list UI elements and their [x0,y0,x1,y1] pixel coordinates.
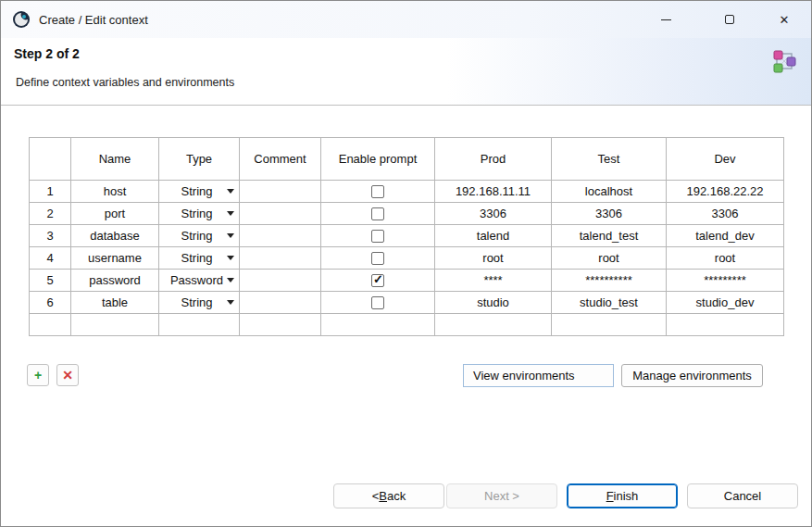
empty-cell [71,314,159,336]
remove-variable-button[interactable]: ✕ [56,364,79,386]
col-header-prod: Prod [435,138,552,181]
comment-cell[interactable] [240,270,321,292]
chevron-down-icon [227,300,234,305]
row-number: 2 [30,203,71,225]
test-cell[interactable]: 3306 [552,203,667,225]
type-value: String [167,229,227,243]
back-label-prefix: < [372,489,380,503]
prod-cell[interactable]: 3306 [435,203,552,225]
step-title: Step 2 of 2 [14,46,80,61]
empty-cell [321,314,435,336]
col-header-name: Name [71,138,159,181]
type-value: String [167,207,227,220]
name-cell[interactable]: database [71,225,159,247]
minimize-icon [661,19,671,20]
test-cell[interactable]: localhost [552,181,667,203]
enable-prompt-cell [321,225,435,247]
row-number: 6 [30,292,71,314]
back-button[interactable]: < Back [333,483,444,508]
dev-cell[interactable]: 3306 [667,203,784,225]
enable-prompt-checkbox[interactable] [371,207,384,220]
prod-cell[interactable]: **** [435,270,552,292]
comment-cell[interactable] [240,247,321,270]
name-cell[interactable]: username [71,247,159,270]
close-button[interactable]: ✕ [763,1,806,38]
finish-label-mnemonic: F [606,489,614,503]
type-dropdown[interactable]: String [159,225,240,247]
next-button[interactable]: Next > [446,483,557,508]
table-row: 2 port String 3306 3306 3306 [30,203,784,225]
back-label-suffix: ack [387,489,406,503]
context-icon [769,46,799,80]
add-variable-button[interactable]: + [27,364,49,386]
empty-cell [240,314,321,336]
enable-prompt-checkbox[interactable] [371,274,384,287]
manage-environments-button[interactable]: Manage environments [621,364,763,387]
view-environments-button[interactable]: View environments [463,364,614,387]
test-cell[interactable]: root [552,247,667,270]
empty-cell [30,314,71,336]
comment-cell[interactable] [240,292,321,314]
dev-cell[interactable]: studio_dev [667,292,784,314]
chevron-down-icon [227,256,234,260]
cancel-button[interactable]: Cancel [687,483,798,508]
type-value: String [167,295,227,309]
type-dropdown[interactable]: String [159,203,240,225]
type-dropdown[interactable]: String [159,181,240,203]
chevron-down-icon [227,211,234,216]
table-row: 4 username String root root root [30,247,784,270]
minimize-button[interactable] [644,1,687,38]
enable-prompt-checkbox[interactable] [371,296,384,309]
dev-cell[interactable]: talend_dev [667,225,784,247]
test-cell[interactable]: talend_test [552,225,667,247]
col-header-comment: Comment [240,138,321,181]
create-edit-context-dialog: Create / Edit context ✕ Step 2 of 2 Defi… [0,0,812,527]
prod-cell[interactable]: talend [435,225,552,247]
plus-icon: + [34,368,42,383]
comment-cell[interactable] [240,225,321,247]
name-cell[interactable]: table [71,292,159,314]
type-dropdown[interactable]: String [159,292,240,314]
enable-prompt-checkbox[interactable] [371,230,384,243]
step-subtitle: Define context variables and environment… [16,76,234,89]
enable-prompt-cell [321,247,435,270]
close-icon: ✕ [780,14,790,26]
chevron-down-icon [227,189,234,194]
back-label-mnemonic: B [379,489,387,503]
table-header-row: Name Type Comment Enable prompt Prod Tes… [30,138,784,181]
dev-cell[interactable]: root [667,247,784,270]
maximize-icon [725,15,734,24]
prod-cell[interactable]: 192.168.11.11 [435,181,552,203]
test-cell[interactable]: ********** [552,270,667,292]
type-dropdown[interactable]: Password [159,270,240,292]
table-row: 6 table String studio studio_test studio… [30,292,784,314]
comment-cell[interactable] [240,181,321,203]
finish-button[interactable]: Finish [567,483,678,508]
chevron-down-icon [227,278,234,282]
col-header-dev: Dev [667,138,784,181]
col-header-test: Test [552,138,667,181]
enable-prompt-cell [321,203,435,225]
prod-cell[interactable]: root [435,247,552,270]
empty-cell [667,314,784,336]
name-cell[interactable]: password [71,270,159,292]
name-cell[interactable]: host [71,181,159,203]
name-cell[interactable]: port [71,203,159,225]
type-dropdown[interactable]: String [159,247,240,270]
table-row: 3 database String talend talend_test tal… [30,225,784,247]
enable-prompt-checkbox[interactable] [371,252,384,265]
comment-cell[interactable] [240,203,321,225]
dev-cell[interactable]: ********* [667,270,784,292]
enable-prompt-checkbox[interactable] [371,185,384,198]
app-icon [12,10,31,29]
col-header-enable-prompt: Enable prompt [321,138,435,181]
dev-cell[interactable]: 192.168.22.22 [667,181,784,203]
maximize-button[interactable] [708,1,751,38]
type-value: String [167,251,227,265]
test-cell[interactable]: studio_test [552,292,667,314]
prod-cell[interactable]: studio [435,292,552,314]
row-number: 3 [30,225,71,247]
delete-x-icon: ✕ [62,368,73,383]
window-title: Create / Edit context [39,13,148,27]
empty-cell [435,314,552,336]
